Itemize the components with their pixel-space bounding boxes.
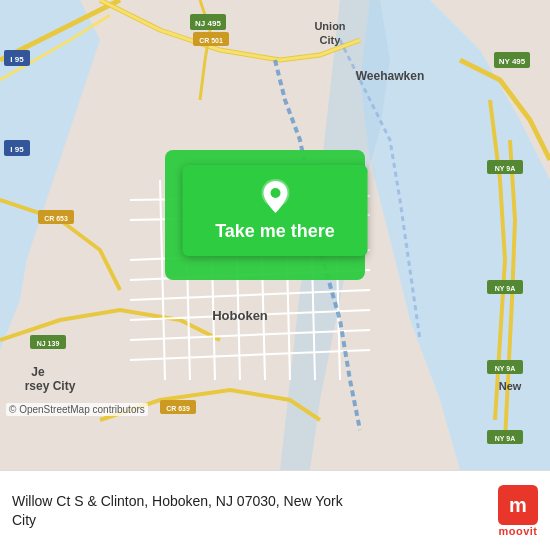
moovit-icon: m [498,485,538,525]
svg-text:NY 495: NY 495 [499,57,526,66]
svg-text:m: m [509,494,527,516]
address-line1: Willow Ct S & Clinton, Hoboken, NJ 07030… [12,493,343,509]
svg-text:CR 653: CR 653 [44,215,68,222]
take-me-there-label: Take me there [215,221,335,242]
moovit-text-label: moovit [498,525,537,537]
svg-text:Hoboken: Hoboken [212,308,268,323]
map-container: I 95 I 95 NJ 495 NY 495 CR 501 CR 653 NJ… [0,0,550,470]
svg-text:I 95: I 95 [10,55,24,64]
osm-attribution: © OpenStreetMap contributors [6,403,148,416]
svg-text:Weehawken: Weehawken [356,69,424,83]
svg-text:NJ 495: NJ 495 [195,19,221,28]
svg-text:City: City [320,34,342,46]
svg-text:CR 501: CR 501 [199,37,223,44]
moovit-logo: m moovit [498,485,538,537]
svg-text:I 95: I 95 [10,145,24,154]
svg-text:CR 639: CR 639 [166,405,190,412]
osm-attribution-text: © OpenStreetMap contributors [9,404,145,415]
take-me-there-button[interactable]: Take me there [183,165,368,256]
svg-text:NY 9A: NY 9A [495,165,516,172]
address-text: Willow Ct S & Clinton, Hoboken, NJ 07030… [12,492,482,528]
svg-text:rsey City: rsey City [25,379,76,393]
location-pin-icon [257,179,293,215]
bottom-bar: Willow Ct S & Clinton, Hoboken, NJ 07030… [0,470,550,550]
svg-text:Union: Union [314,20,345,32]
address-line2: City [12,512,36,528]
svg-text:NY 9A: NY 9A [495,435,516,442]
svg-text:New: New [499,380,522,392]
svg-text:Je: Je [31,365,45,379]
svg-text:NY 9A: NY 9A [495,365,516,372]
svg-point-50 [270,188,280,198]
svg-text:NY 9A: NY 9A [495,285,516,292]
svg-text:NJ 139: NJ 139 [37,340,60,347]
